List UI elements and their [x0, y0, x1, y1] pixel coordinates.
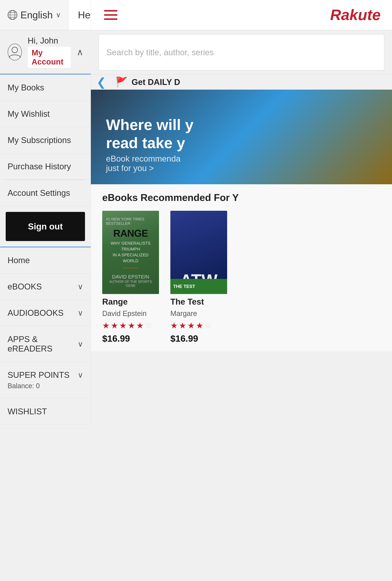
nav-item-audiobooks-label: AUDIOBOOKS	[8, 308, 78, 318]
book-cover-range: #1 NEW YORK TIMES BESTSELLER RANGE WHY G…	[102, 211, 159, 294]
nav-item-home-label: Home	[8, 256, 83, 265]
account-chevron-icon: ∧	[77, 47, 83, 57]
promo-title: Where will yread take y	[106, 116, 377, 152]
ebooks-chevron-icon: ∨	[78, 282, 83, 291]
recommendations-title: eBooks Recommended For Y	[102, 192, 381, 203]
nav-item-my-books[interactable]: My Books	[0, 74, 91, 101]
range-divider	[123, 268, 138, 268]
language-chevron-icon: ∨	[56, 11, 61, 19]
nav-item-wishlist-label: WISHLIST	[8, 407, 83, 416]
nav-item-account-settings-label: Account Settings	[8, 188, 83, 198]
nav-item-home[interactable]: Home	[0, 247, 91, 274]
book-stars-atw: ★ ★ ★ ★ ☆	[170, 321, 231, 330]
atw-star-3: ★	[188, 321, 195, 330]
user-icon	[8, 45, 22, 59]
nav-item-wishlist[interactable]: WISHLIST	[0, 398, 91, 425]
atw-star-2: ★	[179, 321, 186, 330]
book-cover-atw: ATW THE TEST	[170, 211, 227, 294]
range-subtitle-cover-text: WHY GENERALISTS TRIUMPHIN A SPECIALIZED …	[106, 240, 155, 264]
account-info: Hi, John My Account	[28, 36, 71, 68]
avatar	[8, 43, 22, 60]
book-price-range: $16.99	[102, 333, 163, 344]
star-1: ★	[102, 321, 110, 330]
nav-item-my-wishlist[interactable]: My Wishlist	[0, 101, 91, 127]
account-section[interactable]: Hi, John My Account ∧	[0, 30, 91, 74]
nav-item-ebooks[interactable]: eBOOKS ∨	[0, 274, 91, 300]
nav-item-apps-ereaders-label: APPS & eREADERS	[8, 335, 78, 353]
right-panel: ❮ 🚩 Get DAILY D Where will yread take y …	[91, 74, 392, 425]
atw-green-band: THE TEST	[170, 279, 227, 294]
super-points-chevron-icon: ∨	[78, 371, 83, 379]
star-3: ★	[119, 321, 127, 330]
hamburger-line-3	[104, 18, 117, 20]
star-2: ★	[111, 321, 118, 330]
book-card-range: #1 NEW YORK TIMES BESTSELLER RANGE WHY G…	[102, 211, 163, 344]
search-placeholder-text: Search by title, author, series	[106, 48, 214, 57]
search-bar[interactable]: Search by title, author, series	[98, 34, 384, 70]
my-account-badge[interactable]: My Account	[28, 46, 71, 68]
sign-out-wrapper: Sign out	[0, 212, 91, 241]
nav-item-my-wishlist-label: My Wishlist	[8, 109, 83, 119]
left-nav: My Books My Wishlist My Subscriptions Pu…	[0, 74, 91, 425]
account-dropdown: My Books My Wishlist My Subscriptions Pu…	[0, 74, 91, 247]
range-author-cover-text: DAVID EPSTEIN	[112, 274, 149, 280]
book-author-range: David Epstein	[102, 310, 163, 318]
hamburger-line-2	[104, 14, 117, 16]
promo-subtitle: eBook recommendajust for you >	[106, 154, 377, 173]
globe-icon	[8, 10, 18, 20]
nav-item-purchase-history-label: Purchase History	[8, 162, 83, 171]
language-label: English	[20, 9, 53, 21]
apps-chevron-icon: ∨	[78, 340, 83, 348]
book-price-atw: $16.99	[170, 333, 231, 344]
book-title-range: Range	[102, 297, 163, 306]
range-bestseller-text: #1 NEW YORK TIMES BESTSELLER	[106, 217, 155, 226]
hamburger-line-1	[104, 10, 117, 11]
page-wrapper: English ∨ Help Rakute	[0, 0, 392, 425]
star-4: ★	[128, 321, 135, 330]
language-selector[interactable]: English ∨	[0, 0, 68, 30]
atw-star-empty-1: ☆	[204, 321, 212, 330]
audiobooks-chevron-icon: ∨	[78, 309, 83, 317]
super-points-row: SUPER POINTS ∨	[8, 370, 83, 380]
atw-star-4: ★	[196, 321, 203, 330]
promo-top-bar: ❮ 🚩 Get DAILY D	[91, 74, 392, 90]
nav-item-my-subscriptions-label: My Subscriptions	[8, 135, 83, 145]
star-empty: ☆	[145, 321, 152, 330]
nav-item-my-books-label: My Books	[8, 83, 83, 92]
atw-star-1: ★	[170, 321, 178, 330]
promo-banner: Where will yread take y eBook recommenda…	[91, 90, 392, 184]
main-area: My Books My Wishlist My Subscriptions Pu…	[0, 74, 392, 425]
books-row: #1 NEW YORK TIMES BESTSELLER RANGE WHY G…	[102, 211, 381, 344]
hamburger-menu-button[interactable]	[102, 8, 119, 22]
nav-item-ebooks-label: eBOOKS	[8, 282, 78, 291]
star-half: ★	[136, 321, 144, 330]
promo-prev-button[interactable]: ❮	[91, 75, 112, 89]
range-small-cover-text: AUTHOR OF THE SPORTS GENE	[106, 280, 155, 288]
top-bar: English ∨ Help Rakute	[0, 0, 392, 30]
top-bar-right: Rakute	[91, 0, 392, 30]
book-author-atw: Margare	[170, 310, 231, 318]
svg-point-5	[12, 47, 18, 53]
super-points-balance: Balance: 0	[8, 382, 40, 390]
book-card-atw: ATW THE TEST The Test Margare ★ ★ ★ ★	[170, 211, 231, 344]
nav-item-apps-ereaders[interactable]: APPS & eREADERS ∨	[0, 326, 91, 362]
nav-item-purchase-history[interactable]: Purchase History	[0, 153, 91, 180]
nav-item-super-points[interactable]: SUPER POINTS ∨ Balance: 0	[0, 362, 91, 398]
range-title-cover-text: RANGE	[114, 228, 148, 239]
rakuten-logo: Rakute	[330, 6, 381, 24]
sign-out-button[interactable]: Sign out	[6, 212, 85, 241]
account-search-row: Hi, John My Account ∧ Search by title, a…	[0, 30, 392, 74]
top-bar-left: English ∨ Help	[0, 0, 91, 30]
book-stars-range: ★ ★ ★ ★ ★ ☆	[102, 321, 163, 330]
nav-item-super-points-label: SUPER POINTS	[8, 370, 78, 380]
atw-band-label: THE TEST	[173, 284, 195, 289]
greeting-text: Hi, John	[28, 36, 71, 45]
get-daily-text: Get DAILY D	[132, 77, 180, 87]
book-title-atw: The Test	[170, 297, 231, 306]
nav-item-account-settings[interactable]: Account Settings	[0, 180, 91, 206]
recommendations-section: eBooks Recommended For Y #1 NEW YORK TIM…	[91, 184, 392, 351]
nav-item-audiobooks[interactable]: AUDIOBOOKS ∨	[0, 300, 91, 326]
flag-icon: 🚩	[116, 76, 128, 88]
nav-item-my-subscriptions[interactable]: My Subscriptions	[0, 127, 91, 153]
